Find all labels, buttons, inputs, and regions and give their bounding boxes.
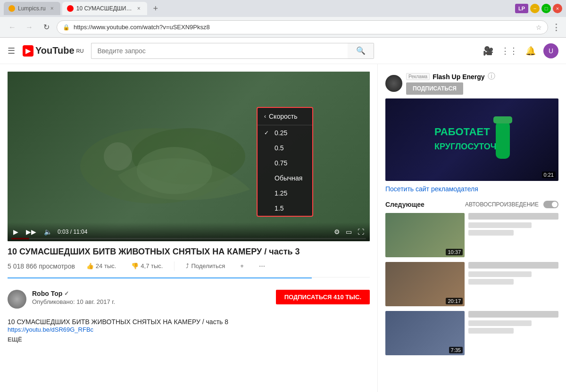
speed-option-125[interactable]: 1.25 <box>258 186 312 201</box>
volume-button[interactable]: 🔈 <box>42 226 54 237</box>
youtube-logo-ru: RU <box>76 48 84 54</box>
ad-info: Реклама Flash Up Energy ⓘ ПОДПИСАТЬСЯ <box>406 72 558 95</box>
speed-option-075[interactable]: 0.75 <box>258 155 312 171</box>
ad-duration: 0:21 <box>542 172 556 178</box>
url-bar[interactable]: 🔒 https://www.youtube.com/watch?v=uSEXN9… <box>57 20 548 34</box>
video-stats-row: 5 018 866 просмотров 👍 24 тыс. 👎 4,7 тыс… <box>8 261 370 278</box>
back-chevron-icon: ‹ <box>264 113 266 120</box>
next-button[interactable]: ▶▶ <box>24 226 38 237</box>
theater-mode-icon[interactable]: ▭ <box>344 226 354 237</box>
speed-label-normal: Обычная <box>275 174 302 182</box>
more-actions-button[interactable]: ⋯ <box>255 261 269 271</box>
search-button[interactable]: 🔍 <box>348 43 374 59</box>
url-text: https://www.youtube.com/watch?v=uSEXN9Pk… <box>74 24 532 31</box>
thumb-duration-2: 20:17 <box>446 298 463 304</box>
like-button[interactable]: 👍 24 тыс. <box>83 261 120 271</box>
youtube-logo[interactable]: ▶ YouTubeRU <box>23 45 83 57</box>
video-card-3[interactable]: 7:35 <box>385 311 558 355</box>
video-section: ‹ Скорость ✓ 0.25 0.5 <box>0 64 377 392</box>
title-bar: Lumpics.ru × 10 СУМАСШЕДШИХ БИ... × + LP… <box>0 0 566 17</box>
ellipsis-icon: ⋯ <box>259 262 265 270</box>
page-content: ☰ ▶ YouTubeRU 🔍 🎥 ⋮⋮ 🔔 U <box>0 38 566 392</box>
video-card-info-3 <box>468 311 558 355</box>
description-link[interactable]: https://youtu.be/dSR69G_RFBc <box>8 326 93 333</box>
youtube-header: ☰ ▶ YouTubeRU 🔍 🎥 ⋮⋮ 🔔 U <box>0 38 566 64</box>
show-more-button[interactable]: ЕЩЁ <box>8 336 370 343</box>
ad-info-icon[interactable]: ⓘ <box>488 72 495 82</box>
ad-subscribe-button[interactable]: ПОДПИСАТЬСЯ <box>406 82 463 95</box>
channel-avatar-image <box>8 290 26 309</box>
hamburger-menu-icon[interactable]: ☰ <box>8 46 15 56</box>
ad-avatar-image <box>385 75 402 92</box>
dislike-button[interactable]: 👎 4,7 тыс. <box>127 261 166 271</box>
close-button[interactable]: × <box>553 4 562 13</box>
speed-menu-title: Скорость <box>269 113 297 120</box>
current-time: 0:03 <box>58 229 68 235</box>
speed-label-05: 0.5 <box>275 144 283 152</box>
forward-button[interactable]: → <box>23 21 36 34</box>
speed-menu-back[interactable]: ‹ Скорость <box>258 108 312 125</box>
tab-lumpics[interactable]: Lumpics.ru × <box>4 2 60 15</box>
speed-option-15[interactable]: 1.5 <box>258 201 312 216</box>
video-thumb-1: 10:37 <box>385 213 465 257</box>
ad-section: Реклама Flash Up Energy ⓘ ПОДПИСАТЬСЯ РА… <box>385 72 558 193</box>
speed-label-075: 0.75 <box>275 159 287 167</box>
search-form: 🔍 <box>91 43 374 59</box>
svg-point-3 <box>104 142 132 171</box>
browser-menu-button[interactable]: ⋮ <box>552 22 560 33</box>
maximize-button[interactable]: □ <box>541 4 551 13</box>
share-button[interactable]: ⤴ Поделиться <box>182 261 229 271</box>
tab-lumpics-close[interactable]: × <box>49 4 56 13</box>
play-button[interactable]: ▶ <box>11 226 20 237</box>
ad-visit-link[interactable]: Посетить сайт рекламодателя <box>385 185 478 193</box>
speed-check-icon: ✓ <box>264 130 271 136</box>
card-title-blur-1 <box>468 213 558 220</box>
video-card-1[interactable]: 10:37 <box>385 213 558 257</box>
ad-thumbnail[interactable]: РАБОТАЕТ КРУГЛОСУТОЧНО 0:21 <box>385 98 558 181</box>
autoplay-toggle[interactable] <box>543 201 558 208</box>
share-icon: ⤴ <box>186 262 189 270</box>
tab-youtube[interactable]: 10 СУМАСШЕДШИХ БИ... × <box>62 2 147 15</box>
back-button[interactable]: ← <box>6 21 19 34</box>
view-count: 5 018 866 просмотров <box>8 262 75 270</box>
verified-icon: ✓ <box>64 290 69 297</box>
video-card-2[interactable]: 20:17 <box>385 262 558 306</box>
new-tab-button[interactable]: + <box>149 2 162 15</box>
action-divider <box>174 261 175 271</box>
youtube-logo-text: YouTube <box>35 45 75 56</box>
next-section-label: Следующее <box>385 201 424 208</box>
thumbs-down-icon: 👎 <box>131 262 139 270</box>
speed-option-normal[interactable]: Обычная <box>258 171 312 186</box>
main-area: ‹ Скорость ✓ 0.25 0.5 <box>0 64 566 392</box>
secure-lock-icon: 🔒 <box>63 24 70 31</box>
card-meta-blur-1 <box>468 230 514 236</box>
channel-name[interactable]: Robo Top ✓ <box>32 290 270 297</box>
speed-option-05[interactable]: 0.5 <box>258 140 312 155</box>
playlist-icon: + <box>240 262 244 270</box>
address-bar: ← → ↻ 🔒 https://www.youtube.com/watch?v=… <box>0 17 566 38</box>
reload-button[interactable]: ↻ <box>40 21 53 34</box>
speed-option-025[interactable]: ✓ 0.25 <box>258 125 312 140</box>
time-display: 0:03 / 11:04 <box>58 229 87 235</box>
video-thumb-2: 20:17 <box>385 262 465 306</box>
add-to-playlist-button[interactable]: + <box>236 261 248 271</box>
tab-youtube-close[interactable]: × <box>135 4 142 13</box>
channel-avatar[interactable] <box>8 290 26 309</box>
video-player[interactable]: ‹ Скорость ✓ 0.25 0.5 <box>8 72 370 241</box>
channel-info: Robo Top ✓ Опубликовано: 10 авг. 2017 г.… <box>8 284 370 314</box>
user-avatar[interactable]: U <box>543 43 558 58</box>
settings-icon[interactable]: ⚙ <box>332 226 342 237</box>
video-background <box>8 72 370 241</box>
subscribe-button[interactable]: ПОДПИСАТЬСЯ 410 ТЫС. <box>276 290 370 304</box>
publish-date: Опубликовано: 10 авг. 2017 г. <box>32 298 270 305</box>
fullscreen-icon[interactable]: ⛶ <box>356 226 366 237</box>
next-section-header: Следующее АВТОВОСПРОИЗВЕДЕНИЕ <box>385 201 558 208</box>
ad-channel-avatar <box>385 75 402 92</box>
apps-grid-icon[interactable]: ⋮⋮ <box>501 46 518 56</box>
video-controls: ▶ ▶▶ 🔈 0:03 / 11:04 ⚙ ▭ ⛶ <box>8 222 370 241</box>
video-camera-icon[interactable]: 🎥 <box>483 46 493 56</box>
search-input[interactable] <box>91 43 348 59</box>
notifications-icon[interactable]: 🔔 <box>525 46 536 56</box>
minimize-button[interactable]: − <box>530 4 540 13</box>
bookmark-icon[interactable]: ☆ <box>536 24 542 31</box>
